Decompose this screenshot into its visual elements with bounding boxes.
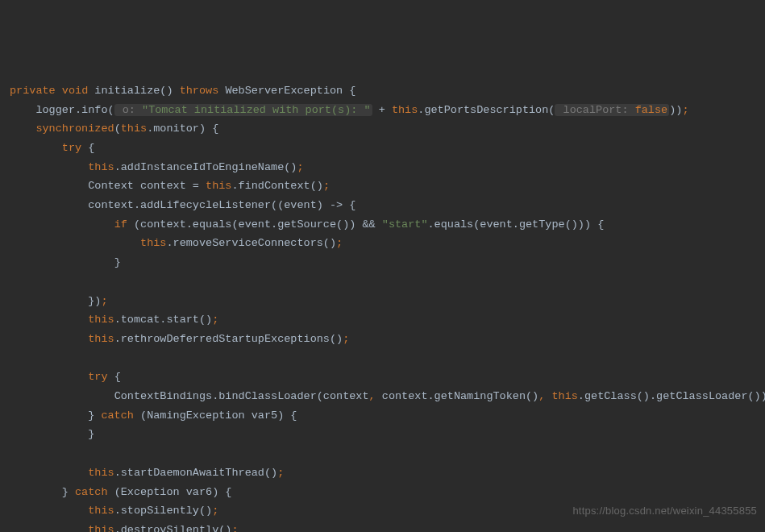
line: }); (10, 295, 108, 307)
line: private void initialize() throws WebServ… (10, 85, 355, 97)
line: Context context = this.findContext(); (10, 180, 330, 192)
line: this.destroySilently(); (10, 524, 239, 532)
line: this.startDaemonAwaitThread(); (10, 467, 284, 479)
line: try { (10, 371, 121, 383)
code-block: private void initialize() throws WebServ… (10, 81, 755, 532)
line: synchronized(this.monitor) { (10, 123, 218, 135)
line: this.removeServiceConnectors(); (10, 237, 343, 249)
line: this.rethrowDeferredStartupExceptions(); (10, 333, 349, 345)
line: } catch (NamingException var5) { (10, 409, 297, 422)
line: this.addInstanceIdToEngineName(); (10, 161, 304, 173)
line: if (context.equals(event.getSource()) &&… (10, 218, 604, 231)
line: this.tomcat.start(); (10, 314, 218, 326)
line: this.stopSilently(); (10, 505, 218, 517)
line: context.addLifecycleListener((event) -> … (10, 199, 355, 211)
line: logger.info( o: "Tomcat initialized with… (10, 104, 688, 116)
line: ContextBindings.bindClassLoader(context,… (10, 390, 765, 402)
line: } catch (Exception var6) { (10, 486, 231, 498)
line: } (10, 256, 121, 268)
line: try { (10, 142, 94, 154)
line: } (10, 428, 94, 440)
watermark-text: https://blog.csdn.net/weixin_44355855 (572, 501, 757, 521)
